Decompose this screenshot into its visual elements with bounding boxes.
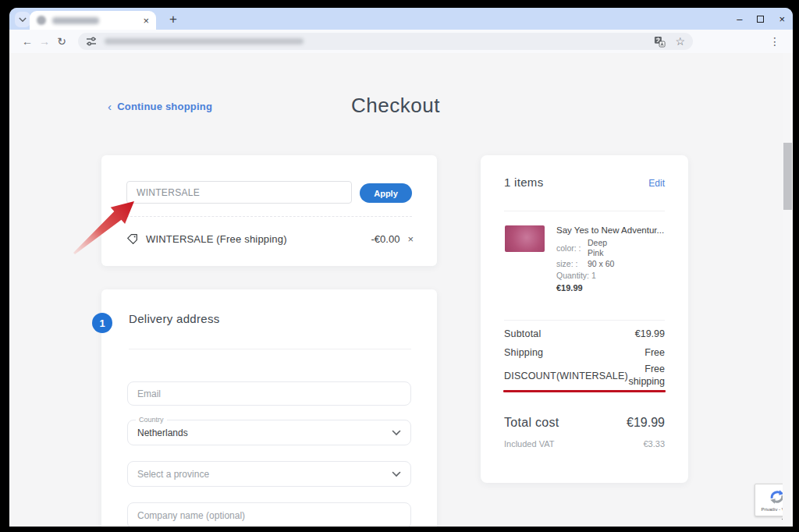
vat-value: €3.33 bbox=[643, 439, 665, 449]
product-info: Say Yes to New Adventur... color: : Deep… bbox=[556, 225, 667, 293]
product-price: €19.99 bbox=[556, 283, 667, 293]
annotation-underline bbox=[503, 390, 666, 392]
subtotal-row: Subtotal €19.99 bbox=[504, 328, 665, 339]
remove-coupon-icon[interactable]: × bbox=[407, 233, 414, 245]
subtotal-value: €19.99 bbox=[635, 328, 665, 339]
edit-cart-link[interactable]: Edit bbox=[648, 178, 665, 189]
forward-button[interactable]: → bbox=[36, 35, 53, 48]
tab-close-icon[interactable]: × bbox=[143, 16, 149, 26]
divider bbox=[129, 349, 411, 349]
maximize-button[interactable] bbox=[757, 16, 764, 23]
province-select-placeholder: Select a province bbox=[137, 469, 209, 480]
omnibox-actions: ☆ bbox=[654, 36, 685, 48]
page-title: Checkout bbox=[9, 94, 782, 118]
coupon-card: Apply WINTERSALE (Free shipping) -€0.00 … bbox=[101, 155, 437, 266]
chevron-down-icon bbox=[19, 17, 27, 23]
total-cost-label: Total cost bbox=[504, 416, 559, 430]
reload-button[interactable]: ↻ bbox=[53, 35, 70, 48]
coupon-discount-amount: -€0.00 bbox=[371, 233, 400, 245]
delivery-address-title: Delivery address bbox=[129, 312, 220, 325]
size-label: size: : bbox=[556, 259, 588, 268]
step-number-badge: 1 bbox=[92, 313, 112, 333]
divider bbox=[126, 216, 412, 217]
subtotal-label: Subtotal bbox=[504, 328, 541, 339]
new-tab-button[interactable]: + bbox=[164, 10, 183, 29]
country-select-value: Netherlands bbox=[137, 427, 188, 438]
discount-value: Free shipping bbox=[628, 364, 665, 388]
applied-coupon-row: WINTERSALE (Free shipping) -€0.00 × bbox=[126, 229, 414, 249]
product-thumbnail[interactable] bbox=[505, 225, 545, 252]
tag-icon bbox=[126, 233, 138, 245]
discount-row: DISCOUNT(WINTERSALE) Free shipping bbox=[504, 363, 665, 389]
divider bbox=[504, 211, 665, 211]
delivery-address-card: 1 Delivery address Country Netherlands S… bbox=[101, 289, 437, 527]
color-value: Deep Pink bbox=[588, 238, 617, 257]
favicon bbox=[37, 16, 46, 25]
chevron-down-icon bbox=[392, 430, 401, 436]
email-field[interactable] bbox=[127, 381, 411, 406]
browser-toolbar: ← → ↻ bbox=[9, 30, 793, 53]
page-viewport: ‹ Continue shopping Checkout Apply WINTE… bbox=[9, 53, 793, 527]
scrollbar-thumb[interactable] bbox=[783, 143, 792, 210]
window-controls: – × bbox=[737, 8, 785, 30]
tab-search-button[interactable] bbox=[15, 12, 30, 27]
total-cost-row: Total cost €19.99 bbox=[504, 416, 665, 430]
vat-row: Included VAT €3.33 bbox=[504, 439, 665, 449]
product-color-row: color: : Deep Pink bbox=[556, 238, 667, 257]
browser-window: × + – × ← → ↻ bbox=[9, 8, 793, 527]
chevron-down-icon bbox=[392, 471, 401, 477]
product-size-row: size: : 90 x 60 bbox=[556, 259, 667, 269]
translate-icon[interactable] bbox=[654, 36, 666, 48]
cart-item: Say Yes to New Adventur... color: : Deep… bbox=[505, 225, 667, 293]
province-select[interactable]: Select a province bbox=[127, 461, 411, 487]
scrollbar-track[interactable] bbox=[783, 53, 793, 527]
product-title: Say Yes to New Adventur... bbox=[556, 225, 667, 235]
total-cost-value: €19.99 bbox=[627, 416, 665, 430]
shipping-value: Free bbox=[645, 347, 665, 358]
vat-label: Included VAT bbox=[504, 439, 554, 449]
bookmark-star-icon[interactable]: ☆ bbox=[675, 36, 685, 47]
summary-header: 1 items Edit bbox=[504, 176, 665, 189]
shipping-label: Shipping bbox=[504, 347, 543, 358]
order-summary-card: 1 items Edit Say Yes to New Adventur... … bbox=[481, 155, 688, 483]
coupon-code-input[interactable] bbox=[126, 181, 352, 204]
screenshot-root: × + – × ← → ↻ bbox=[0, 0, 799, 532]
tab-title-redacted bbox=[52, 17, 99, 24]
divider bbox=[504, 320, 665, 321]
items-count: 1 items bbox=[504, 176, 543, 189]
browser-tab[interactable]: × bbox=[30, 11, 156, 30]
applied-coupon-label: WINTERSALE (Free shipping) bbox=[146, 233, 287, 245]
company-name-field[interactable] bbox=[127, 502, 411, 527]
apply-coupon-button[interactable]: Apply bbox=[360, 183, 412, 203]
back-button[interactable]: ← bbox=[19, 35, 36, 48]
window-close-button[interactable]: × bbox=[779, 14, 785, 24]
color-label: color: : bbox=[556, 243, 588, 253]
url-redacted bbox=[105, 38, 304, 44]
size-value: 90 x 60 bbox=[588, 259, 617, 269]
site-settings-icon[interactable] bbox=[86, 36, 97, 47]
shipping-row: Shipping Free bbox=[504, 347, 665, 358]
tab-strip: × + – × bbox=[9, 8, 793, 30]
country-select-label: Country bbox=[136, 416, 167, 424]
minimize-button[interactable]: – bbox=[737, 14, 742, 24]
product-quantity: Quantity: 1 bbox=[556, 271, 667, 280]
country-select[interactable]: Country Netherlands bbox=[127, 420, 411, 445]
address-bar[interactable]: ☆ bbox=[78, 33, 693, 50]
browser-menu-icon[interactable]: ⋮ bbox=[766, 35, 783, 48]
discount-label: DISCOUNT(WINTERSALE) bbox=[504, 371, 628, 381]
